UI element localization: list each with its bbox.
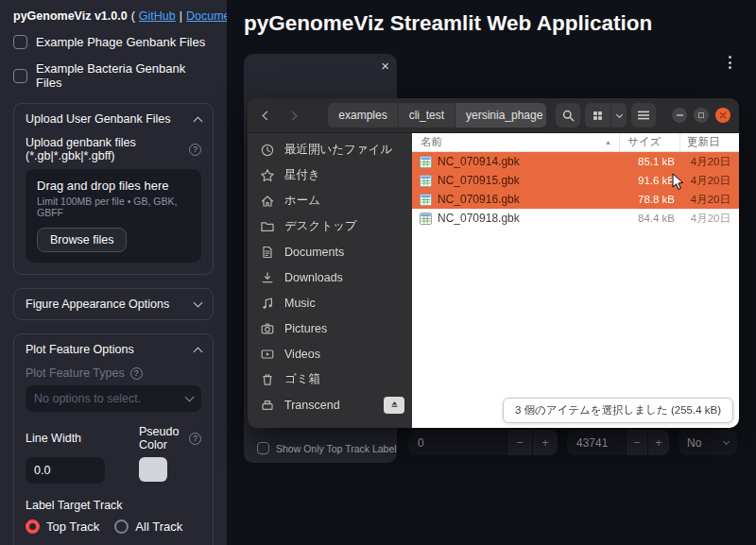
- path-button-yersinia_phage[interactable]: yersinia_phage: [455, 103, 546, 128]
- view-options-button[interactable]: [610, 103, 627, 128]
- list-header: 名前 ▲ サイズ 更新日: [412, 133, 739, 152]
- column-label: 名前: [421, 135, 442, 149]
- app-menu-icon[interactable]: [729, 56, 731, 69]
- background-select[interactable]: No: [679, 430, 737, 455]
- fm-sidebar-item-video[interactable]: Videos: [248, 341, 412, 366]
- fm-sidebar: 最近開いたファイル星付きホームデスクトップDocumentsDownloadsM…: [248, 133, 412, 428]
- trash-icon: [260, 372, 275, 387]
- fm-sidebar-item-folder[interactable]: デスクトップ: [248, 213, 412, 239]
- pseudo-color-swatch[interactable]: [139, 457, 167, 482]
- checkbox-example-bacteria[interactable]: Example Bacteria Genbank Files: [13, 61, 214, 90]
- eject-button[interactable]: [384, 397, 404, 414]
- file-row[interactable]: NC_070918.gbk84.4 kB4月20日: [412, 209, 739, 228]
- show-top-track-label-checkbox[interactable]: Show Only Top Track Label: [257, 442, 397, 454]
- increment-button[interactable]: +: [647, 430, 669, 455]
- link-separator: |: [180, 9, 182, 23]
- radio-unselected-icon[interactable]: [114, 519, 129, 534]
- checkbox-icon[interactable]: [257, 442, 269, 454]
- file-date: 4月20日: [680, 212, 739, 226]
- chevron-right-icon: [287, 111, 297, 120]
- number-value: 43741: [567, 436, 626, 450]
- file-row[interactable]: NC_070916.gbk78.8 kB4月20日: [412, 190, 739, 209]
- radio-label: Top Track: [46, 519, 99, 534]
- range-end-number-input[interactable]: 43741 − +: [567, 430, 669, 455]
- sidebar-item-label: Downloads: [284, 271, 343, 284]
- file-row[interactable]: NC_070915.gbk91.6 kB4月20日: [412, 171, 739, 190]
- upload-label: Upload genbank files (*.gb|*.gbk|*.gbff): [26, 136, 183, 162]
- checkbox-icon[interactable]: [13, 69, 27, 83]
- number-value: 0: [408, 436, 507, 450]
- line-width-input[interactable]: 0.0: [26, 457, 105, 484]
- forward-button[interactable]: [282, 104, 302, 127]
- fm-sidebar-item-usb[interactable]: Transcend: [248, 392, 412, 417]
- path-bar: examplescli_testyersinia_phage: [328, 103, 546, 128]
- chevron-down-icon: [723, 437, 730, 444]
- fm-sidebar-item-download[interactable]: Downloads: [248, 264, 412, 290]
- gbk-file-icon: [420, 156, 432, 168]
- minimize-button[interactable]: [672, 108, 687, 123]
- fm-sidebar-item-home[interactable]: ホーム: [248, 188, 412, 213]
- column-label: 更新日: [687, 135, 720, 149]
- increment-button[interactable]: +: [532, 430, 558, 455]
- select-value: No: [687, 436, 701, 450]
- music-icon: [260, 296, 275, 311]
- dropzone-text: Drag and drop files here: [37, 179, 190, 193]
- browse-files-button[interactable]: Browse files: [37, 228, 127, 252]
- column-header-size[interactable]: サイズ: [620, 133, 680, 151]
- file-rows: NC_070914.gbk85.1 kB4月20日NC_070915.gbk91…: [412, 152, 739, 228]
- expander-upload-header[interactable]: Upload User Genbank Files: [14, 104, 213, 134]
- main-area: pyGenomeViz Streamlit Web Application × …: [227, 0, 756, 545]
- column-header-date[interactable]: 更新日: [680, 133, 739, 151]
- radio-all-track[interactable]: All Track: [114, 519, 182, 534]
- sidebar-item-label: Documents: [284, 246, 344, 259]
- fm-sidebar-item-camera[interactable]: Pictures: [248, 315, 412, 341]
- expander-title: Upload User Genbank Files: [26, 112, 171, 126]
- decrement-button[interactable]: −: [507, 430, 532, 455]
- grid-view-button[interactable]: [585, 103, 610, 128]
- expander-plot-header[interactable]: Plot Feature Options: [14, 334, 213, 365]
- app-title: pyGenomeViz v1.0.0: [13, 9, 128, 23]
- expander-title: Plot Feature Options: [26, 343, 134, 356]
- fm-sidebar-item-music[interactable]: Music: [248, 290, 412, 315]
- github-link[interactable]: GitHub: [139, 9, 176, 23]
- radio-selected-icon[interactable]: [26, 519, 40, 534]
- document-link[interactable]: Document: [186, 9, 227, 23]
- fm-sidebar-item-drive[interactable]: [248, 417, 412, 428]
- checkbox-example-phage[interactable]: Example Phage Genbank Files: [13, 35, 214, 49]
- maximize-button[interactable]: [694, 108, 709, 123]
- fm-sidebar-item-document[interactable]: Documents: [248, 239, 412, 264]
- chevron-down-icon: [615, 111, 622, 117]
- mouse-cursor: [672, 173, 685, 192]
- search-button[interactable]: [556, 103, 580, 128]
- paren-open: (: [131, 9, 135, 23]
- fm-sidebar-item-trash[interactable]: ゴミ箱: [248, 366, 412, 392]
- file-dropzone[interactable]: Drag and drop files here Limit 100MB per…: [26, 169, 201, 263]
- checkbox-label: Example Phage Genbank Files: [36, 35, 205, 49]
- video-icon: [260, 347, 275, 362]
- menu-button[interactable]: [631, 103, 656, 128]
- line-width-label: Line Width: [26, 432, 81, 445]
- file-row[interactable]: NC_070914.gbk85.1 kB4月20日: [412, 152, 739, 171]
- label-target-label: Label Target Track: [26, 499, 123, 512]
- document-icon: [260, 245, 275, 260]
- column-header-name[interactable]: 名前 ▲: [412, 133, 620, 151]
- back-button[interactable]: [256, 104, 277, 127]
- fm-sidebar-item-star[interactable]: 星付き: [248, 162, 412, 188]
- path-button-examples[interactable]: examples: [328, 103, 398, 128]
- pseudo-color-label: Pseudo Color: [139, 425, 183, 451]
- range-start-number-input[interactable]: 0 − +: [408, 430, 558, 455]
- expander-figure-header[interactable]: Figure Appearance Options: [14, 289, 213, 319]
- radio-top-track[interactable]: Top Track: [26, 519, 99, 534]
- view-toggle: [585, 103, 627, 128]
- dialog-close-button[interactable]: ×: [381, 58, 389, 74]
- decrement-button[interactable]: −: [626, 430, 647, 455]
- file-date: 4月20日: [680, 155, 739, 169]
- radio-label: All Track: [135, 519, 182, 534]
- path-label: yersinia_phage: [466, 109, 542, 122]
- feature-types-select[interactable]: No options to select.: [26, 385, 201, 412]
- checkbox-icon[interactable]: [13, 35, 27, 49]
- path-button-cli_test[interactable]: cli_test: [399, 103, 455, 128]
- close-button[interactable]: [715, 108, 730, 123]
- fm-sidebar-item-clock[interactable]: 最近開いたファイル: [248, 137, 412, 162]
- app-root: pyGenomeViz v1.0.0 ( GitHub | Document )…: [0, 0, 756, 545]
